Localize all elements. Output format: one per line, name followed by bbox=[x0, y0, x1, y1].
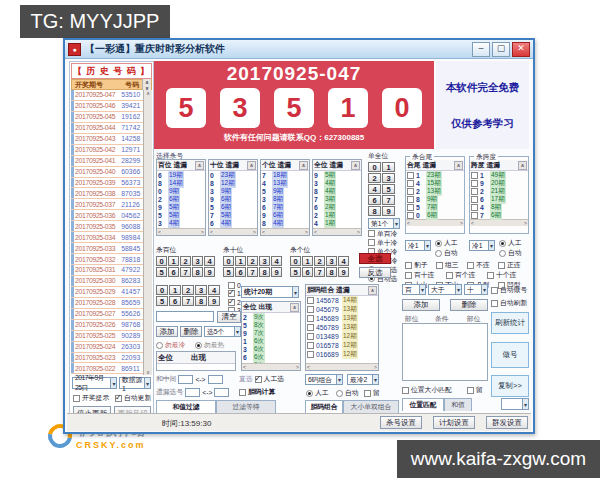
maximize-button[interactable]: ▢ bbox=[492, 42, 510, 57]
checkbox-icon[interactable] bbox=[436, 262, 443, 269]
history-row[interactable]: 20170925-037 21126 bbox=[71, 199, 143, 210]
miss-row[interactable]: 7 3期 bbox=[313, 195, 361, 203]
dan-row[interactable]: 016689 12期 bbox=[306, 350, 378, 359]
minimize-button[interactable]: – bbox=[472, 42, 490, 57]
h-scrollbar[interactable] bbox=[261, 228, 309, 235]
checkbox-icon[interactable] bbox=[446, 272, 453, 279]
scroll-up-icon[interactable]: ∧ bbox=[454, 161, 463, 170]
kill-digit-button[interactable]: 0 bbox=[223, 256, 234, 266]
tab-position-match[interactable]: 位置匹配 bbox=[402, 398, 444, 411]
checkbox-icon[interactable] bbox=[255, 376, 262, 383]
dan-keep-checkbox[interactable]: 留 bbox=[364, 388, 380, 398]
kill-digit-button[interactable]: 9 bbox=[338, 267, 349, 277]
radio-icon[interactable] bbox=[499, 240, 506, 247]
stats-row[interactable]: 1 6次 bbox=[242, 337, 300, 345]
miss-row[interactable]: 6 4期 bbox=[209, 219, 257, 227]
tail-row[interactable]: 0 6期 bbox=[406, 211, 464, 219]
checkbox-icon[interactable] bbox=[228, 299, 235, 306]
kill-digit-button[interactable]: 4 bbox=[204, 256, 215, 266]
checkbox-icon[interactable] bbox=[467, 262, 474, 269]
kill-digit-button[interactable]: 3 bbox=[326, 256, 337, 266]
kill-digit-button[interactable]: 8 bbox=[326, 267, 337, 277]
pick-digit-button[interactable]: 3 bbox=[195, 285, 207, 295]
dan-row[interactable]: 456789 13期 bbox=[306, 323, 378, 332]
checkbox-icon[interactable] bbox=[407, 204, 414, 211]
history-row[interactable]: 20170925-044 71742 bbox=[71, 123, 143, 134]
pick-digit-button[interactable]: 1 bbox=[169, 285, 181, 295]
span-manual-radio[interactable]: 人工 bbox=[499, 238, 522, 248]
stats-period-combo[interactable]: 统计20期 bbox=[241, 286, 299, 298]
pattern-checkbox[interactable]: 百个连 bbox=[446, 270, 484, 280]
history-row[interactable]: 20170925-025 90289 bbox=[71, 331, 143, 342]
checkbox-icon[interactable] bbox=[307, 333, 314, 340]
miss-row[interactable]: 3 9期 bbox=[209, 187, 257, 195]
history-row[interactable]: 20170925-029 41457 bbox=[71, 287, 143, 298]
history-row[interactable]: 20170925-033 58845 bbox=[71, 243, 143, 254]
span-row[interactable]: 4 8期 bbox=[470, 203, 528, 211]
miss-row[interactable]: 7 5期 bbox=[209, 211, 257, 219]
history-row[interactable]: 20170925-047 53510 bbox=[71, 90, 143, 101]
kill-digit-button[interactable]: 9 bbox=[271, 267, 282, 277]
radio-icon[interactable] bbox=[435, 250, 442, 257]
checkbox-icon[interactable] bbox=[307, 315, 314, 322]
kill-digit-button[interactable]: 5 bbox=[223, 267, 234, 277]
history-row[interactable]: 20170925-028 85659 bbox=[71, 298, 143, 309]
stats-row[interactable]: 2 9次 bbox=[242, 313, 300, 321]
kill-digit-button[interactable]: 3 bbox=[259, 256, 270, 266]
kill-digit-button[interactable]: 7 bbox=[180, 267, 191, 277]
miss-row[interactable]: 5 6期 bbox=[209, 203, 257, 211]
radio-icon[interactable] bbox=[306, 390, 313, 397]
miss-min-input[interactable] bbox=[185, 388, 200, 397]
first-position-combo[interactable]: 第1个 bbox=[368, 218, 400, 229]
kill-digit-button[interactable]: 1 bbox=[168, 256, 179, 266]
checkbox-icon[interactable] bbox=[73, 395, 80, 402]
pick-digit-button[interactable]: 6 bbox=[169, 296, 181, 306]
stats-row[interactable]: 6 6次 bbox=[242, 353, 300, 361]
radio-icon[interactable] bbox=[336, 390, 343, 397]
miss-row[interactable]: 8 12期 bbox=[209, 179, 257, 187]
kill-digit-button[interactable]: 8 bbox=[259, 267, 270, 277]
checkbox-icon[interactable] bbox=[471, 204, 478, 211]
history-row[interactable]: 20170925-026 98768 bbox=[71, 320, 143, 331]
checkbox-icon[interactable] bbox=[471, 196, 478, 203]
pattern-checkbox[interactable]: 正连 bbox=[498, 260, 526, 270]
kill-digit-button[interactable]: 0 bbox=[290, 256, 301, 266]
checkbox-icon[interactable] bbox=[405, 262, 412, 269]
dan-row[interactable]: 045679 13期 bbox=[306, 305, 378, 314]
group-send-settings-button[interactable]: 群发设置 bbox=[486, 416, 528, 429]
invert-select-button[interactable]: 反选 bbox=[359, 267, 391, 278]
sum-max-input[interactable] bbox=[208, 375, 223, 384]
history-row[interactable]: 20170925-023 22093 bbox=[71, 353, 143, 364]
checkbox-icon[interactable] bbox=[471, 188, 478, 195]
scroll-up-icon[interactable]: ∧ bbox=[299, 161, 308, 170]
tab-filter-wait[interactable]: 过滤等待 bbox=[216, 400, 276, 413]
dan-calc-checkbox[interactable]: 胆码计算 bbox=[239, 387, 275, 397]
kill-digit-button[interactable]: 1 bbox=[302, 256, 313, 266]
cond-keep-checkbox[interactable]: 留 bbox=[467, 385, 483, 395]
history-row[interactable]: 20170925-046 39421 bbox=[71, 101, 143, 112]
checkbox-icon[interactable] bbox=[239, 389, 246, 396]
checkbox-icon[interactable] bbox=[487, 272, 494, 279]
checkbox-icon[interactable] bbox=[471, 212, 478, 219]
miss-row[interactable]: 3 4期 bbox=[157, 219, 205, 227]
history-row[interactable]: 20170925-042 12971 bbox=[71, 145, 143, 156]
miss-row[interactable]: 8 4期 bbox=[313, 187, 361, 195]
tail-row[interactable]: 5 7期 bbox=[406, 203, 464, 211]
digit-button[interactable]: 7 bbox=[382, 195, 395, 205]
miss-row[interactable]: 3 8期 bbox=[261, 195, 309, 203]
miss-row[interactable]: 6 19期 bbox=[157, 171, 205, 179]
datasource-combo[interactable]: 数据源1 bbox=[119, 377, 151, 389]
tail-row[interactable]: 1 23期 bbox=[406, 171, 464, 179]
kill-digit-button[interactable]: 2 bbox=[314, 256, 325, 266]
span-cold-combo[interactable]: 冷1 bbox=[469, 240, 495, 251]
checkbox-icon[interactable] bbox=[368, 239, 375, 246]
scroll-up-icon[interactable]: ∧ bbox=[518, 161, 527, 170]
draw-tip-checkbox[interactable]: 开奖提示 bbox=[73, 393, 109, 403]
pick-digit-button[interactable]: 9 bbox=[208, 296, 220, 306]
miss-row[interactable]: 9 5期 bbox=[157, 203, 205, 211]
history-row[interactable]: 20170925-024 26303 bbox=[71, 342, 143, 353]
kill-digit-button[interactable]: 9 bbox=[204, 267, 215, 277]
history-row[interactable]: 20170925-040 60366 bbox=[71, 167, 143, 178]
tail-cold-combo[interactable]: 冷1 bbox=[405, 240, 431, 251]
right-edge-combo[interactable] bbox=[501, 398, 529, 410]
